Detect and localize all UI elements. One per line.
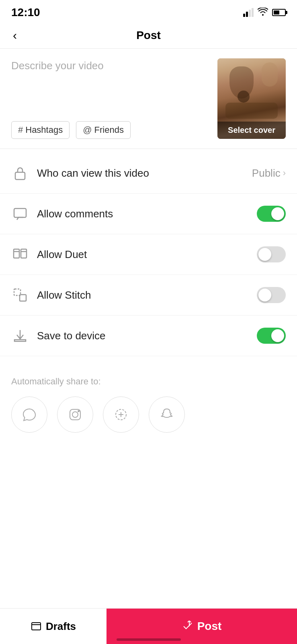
status-bar: 12:10 <box>0 0 297 23</box>
allow-comments-row: Allow comments <box>0 194 297 234</box>
toggle-knob <box>258 248 271 261</box>
stitch-icon <box>11 286 29 304</box>
download-icon <box>11 327 29 345</box>
share-instagram-button[interactable] <box>57 396 93 433</box>
post-icon <box>182 621 193 632</box>
svg-point-10 <box>78 411 79 412</box>
allow-duet-row: Allow Duet <box>0 234 297 275</box>
select-cover-overlay[interactable]: Select cover <box>217 122 286 139</box>
select-cover-label: Select cover <box>228 126 275 134</box>
tag-buttons: # Hashtags @ Friends <box>11 121 209 139</box>
toggle-knob <box>258 289 271 301</box>
lock-icon <box>11 164 29 182</box>
wifi-icon <box>258 8 268 18</box>
back-button[interactable]: ‹ <box>11 27 18 44</box>
settings-section: Who can view this video Public › Allow c… <box>0 149 297 360</box>
save-to-device-row: Save to device <box>0 316 297 356</box>
visibility-value: Public <box>252 167 281 180</box>
drafts-button[interactable]: Drafts <box>0 609 107 644</box>
duet-icon <box>11 246 29 263</box>
post-label: Post <box>197 620 222 633</box>
svg-rect-14 <box>32 623 41 630</box>
share-tiktok-add-button[interactable] <box>103 396 139 433</box>
allow-duet-toggle[interactable] <box>257 246 286 262</box>
svg-rect-7 <box>20 295 26 301</box>
friends-label: Friends <box>94 125 124 135</box>
svg-rect-1 <box>14 208 26 217</box>
page-title: Post <box>136 29 161 42</box>
toggle-knob <box>271 329 284 342</box>
who-can-view-value: Public › <box>252 167 286 180</box>
allow-duet-label: Allow Duet <box>37 248 257 261</box>
home-indicator <box>117 638 181 641</box>
allow-stitch-row: Allow Stitch <box>0 275 297 316</box>
hashtags-label: Hashtags <box>25 125 63 135</box>
friends-button[interactable]: @ Friends <box>76 121 131 139</box>
page-header: ‹ Post <box>0 23 297 49</box>
status-icons <box>243 8 286 18</box>
at-icon: @ <box>83 125 92 135</box>
svg-rect-3 <box>21 249 27 258</box>
description-input[interactable]: Describe your video <box>11 58 209 73</box>
share-icons-row <box>11 396 286 433</box>
save-to-device-label: Save to device <box>37 330 257 342</box>
save-to-device-toggle[interactable] <box>257 328 286 344</box>
hashtags-button[interactable]: # Hashtags <box>11 121 70 139</box>
description-area: Describe your video # Hashtags @ Friends <box>11 58 209 139</box>
signal-icon <box>243 8 254 17</box>
comments-icon <box>11 205 29 223</box>
drafts-icon <box>31 621 42 632</box>
who-can-view-row[interactable]: Who can view this video Public › <box>0 153 297 194</box>
hashtag-icon: # <box>18 125 23 135</box>
svg-rect-0 <box>15 172 25 180</box>
share-label: Automatically share to: <box>11 376 286 387</box>
chevron-right-icon: › <box>283 168 286 178</box>
allow-stitch-toggle[interactable] <box>257 287 286 303</box>
svg-rect-2 <box>14 249 19 258</box>
drafts-label: Drafts <box>46 620 76 633</box>
allow-stitch-label: Allow Stitch <box>37 289 257 301</box>
allow-comments-label: Allow comments <box>37 208 257 220</box>
battery-icon <box>272 9 286 16</box>
svg-rect-6 <box>14 289 20 295</box>
status-time: 12:10 <box>11 6 40 19</box>
allow-comments-toggle[interactable] <box>257 206 286 222</box>
share-snapchat-button[interactable] <box>149 396 185 433</box>
share-messages-button[interactable] <box>11 396 47 433</box>
svg-point-9 <box>72 412 78 417</box>
toggle-knob <box>271 207 284 220</box>
share-section: Automatically share to: <box>0 360 297 442</box>
who-can-view-label: Who can view this video <box>37 167 252 180</box>
video-thumbnail[interactable]: Select cover <box>217 58 286 139</box>
video-description-section: Describe your video # Hashtags @ Friends… <box>0 49 297 149</box>
